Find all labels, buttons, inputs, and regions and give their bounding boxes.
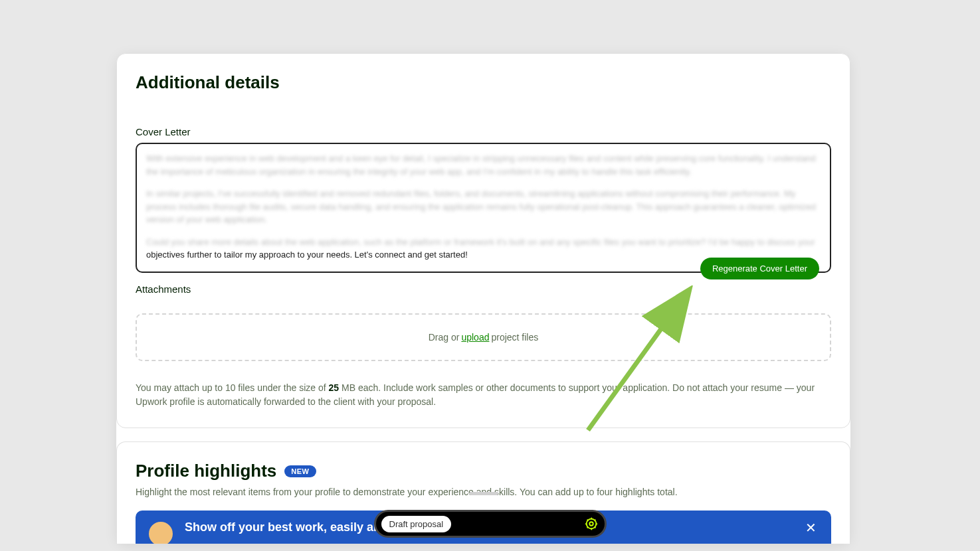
additional-details-title: Additional details xyxy=(136,72,831,93)
svg-point-2 xyxy=(589,522,593,526)
draft-proposal-chip[interactable]: Draft proposal xyxy=(381,516,452,532)
additional-details-section: Additional details Cover Letter With ext… xyxy=(116,53,850,428)
attachments-help-text: You may attach up to 10 files under the … xyxy=(136,381,831,409)
attachments-label: Attachments xyxy=(136,283,831,295)
cover-letter-textarea[interactable]: With extensive experience in web develop… xyxy=(136,143,831,273)
regenerate-cover-letter-button[interactable]: Regenerate Cover Letter xyxy=(700,258,819,279)
profile-highlights-title: Profile highlights xyxy=(136,461,276,481)
drag-text: Drag or xyxy=(429,332,460,343)
main-container: Additional details Cover Letter With ext… xyxy=(116,53,850,544)
cover-letter-para-2: In similar projects, I've successfully i… xyxy=(146,187,821,226)
cover-letter-visible-text: objectives further to tailor my approach… xyxy=(146,250,468,260)
settings-icon[interactable] xyxy=(583,516,599,532)
profile-title-row: Profile highlights NEW xyxy=(136,461,831,481)
scroll-indicator xyxy=(469,492,498,495)
new-badge: NEW xyxy=(284,465,316,477)
close-icon[interactable]: ✕ xyxy=(805,520,817,536)
svg-point-3 xyxy=(586,519,596,529)
cover-letter-label: Cover Letter xyxy=(136,126,831,137)
bottom-toolbar: Draft proposal xyxy=(374,510,607,538)
banner-avatar-icon xyxy=(149,522,173,544)
project-files-text: project files xyxy=(491,332,538,343)
upload-link[interactable]: upload xyxy=(461,332,489,343)
cover-letter-para-1: With extensive experience in web develop… xyxy=(146,152,821,178)
file-dropzone[interactable]: Drag or upload project files xyxy=(136,313,831,361)
